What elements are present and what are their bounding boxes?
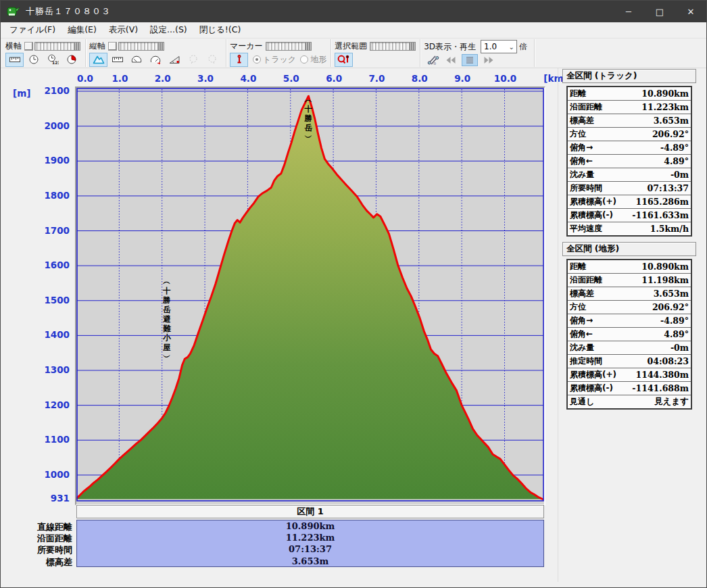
marker-slider[interactable] — [266, 42, 312, 51]
stats-row: 推定時間04:08:23 — [567, 355, 691, 368]
y-axis-distance-button[interactable] — [108, 53, 126, 67]
rewind-button[interactable] — [443, 54, 459, 66]
stats-terrain-group-title: 全区間 (地形) — [562, 242, 696, 256]
playback-speed-combobox[interactable]: 1.0⌄ — [481, 40, 517, 53]
y-axis-scale-slider[interactable] — [118, 42, 164, 51]
x-axis-time-button[interactable] — [24, 53, 43, 67]
x-axis-time-number-button[interactable]: 123 — [43, 53, 62, 67]
annotation-0: ︵十勝岳︶ — [304, 95, 313, 142]
stats-row: 距離10.890km — [567, 260, 691, 274]
playback-group-label: 3D表示・再生 — [424, 41, 476, 53]
play-forward-button[interactable] — [481, 54, 497, 66]
stats-label-0-7: 所要時間 — [567, 182, 624, 195]
minimize-button[interactable]: ─ — [613, 1, 644, 22]
toolbar-group-y-axis: 縦軸 — [86, 39, 226, 67]
marker-track-radio[interactable]: トラック — [253, 54, 296, 66]
y-axis-elevation-button[interactable] — [89, 53, 107, 67]
y-tick-1400: 1400 — [1, 329, 70, 340]
stats-label-0-8: 累積標高(+) — [567, 195, 624, 209]
marker-pin-button[interactable] — [230, 53, 248, 67]
radio-circle-icon — [253, 55, 261, 64]
stats-terrain-table: 距離10.890km沿面距離11.198km標高差3.653m方位206.92°… — [566, 259, 692, 410]
menu-item-3[interactable]: 設定...(S) — [144, 22, 193, 38]
play-forward-icon — [483, 56, 494, 64]
y-axis-speed-button[interactable] — [127, 53, 145, 67]
clock-icon — [28, 54, 40, 65]
section-value-1: 11.223km — [77, 532, 543, 543]
toolbar-group-selection: 選択範囲 — [331, 39, 420, 67]
3d-glasses-icon: :0 — [426, 55, 440, 66]
close-button[interactable]: ✕ — [675, 1, 706, 22]
stats-value-0-5: 4.89° — [624, 155, 691, 168]
y-axis-slope-button[interactable] — [165, 53, 183, 67]
x-axis-scale-slider[interactable] — [34, 42, 80, 51]
y-tick-931: 931 — [1, 493, 70, 504]
rewind-icon — [445, 56, 456, 64]
slope-icon — [168, 54, 180, 65]
balloon-disabled-icon — [187, 54, 199, 65]
stats-label-0-3: 方位 — [567, 128, 624, 141]
stop-button[interactable] — [462, 54, 478, 66]
stats-label-0-2: 標高差 — [567, 114, 624, 128]
marker-track-radio-label: トラック — [263, 54, 296, 66]
y-tick-1000: 1000 — [1, 469, 70, 480]
x-tick-9.0: 9.0 — [451, 73, 474, 84]
x-axis-scale-button[interactable] — [24, 42, 33, 51]
stats-value-1-2: 3.653m — [624, 287, 691, 301]
stats-row: 累積標高(-)-1141.688m — [567, 382, 691, 395]
section-value-3: 3.653m — [77, 556, 543, 567]
3d-view-button[interactable]: :0 — [424, 53, 442, 68]
stats-value-0-10: 1.5km/h — [624, 222, 691, 237]
stats-row: 方位206.92° — [567, 128, 691, 141]
y-tick-2100: 2100 — [1, 85, 70, 96]
marker-pin-icon — [233, 54, 245, 65]
stats-value-1-9: -1141.688m — [624, 382, 691, 395]
maximize-button[interactable]: □ — [644, 1, 675, 22]
stats-row: 距離10.890km — [567, 87, 691, 101]
toolbar-group-3d-playback: 3D表示・再生 1.0⌄ 倍 :0 — [420, 39, 535, 67]
y-axis-scale-button[interactable] — [108, 42, 117, 51]
y-tick-1200: 1200 — [1, 399, 70, 410]
x-axis-distance-button[interactable] — [5, 53, 24, 67]
x-tick-2.0: 2.0 — [151, 73, 174, 84]
x-tick-0.0: 0.0 — [74, 73, 97, 84]
stats-row: 標高差3.653m — [567, 114, 691, 128]
elevation-profile-chart[interactable]: ︵十勝岳︶︵十勝岳避難小屋︶ — [76, 88, 544, 501]
menu-item-4[interactable]: 閉じる!(C) — [193, 22, 247, 38]
menu-item-1[interactable]: 編集(E) — [62, 22, 103, 38]
menu-item-0[interactable]: ファイル(F) — [3, 22, 62, 38]
y-tick-1800: 1800 — [1, 190, 70, 201]
section-label-0: 直線距離 — [2, 521, 72, 533]
stats-value-1-1: 11.198km — [624, 274, 691, 287]
y-tick-1100: 1100 — [1, 434, 70, 445]
stats-row: 沈み量-0m — [567, 341, 691, 355]
stats-value-1-4: -4.89° — [624, 314, 691, 328]
menu-item-2[interactable]: 表示(V) — [103, 22, 144, 38]
chevron-down-icon: ⌄ — [509, 43, 516, 51]
stats-label-0-0: 距離 — [567, 87, 624, 101]
selection-slider[interactable] — [370, 42, 416, 51]
marker-terrain-radio[interactable]: 地形 — [300, 54, 326, 66]
stats-value-0-1: 11.223km — [624, 101, 691, 114]
stats-row: 所要時間07:13:37 — [567, 182, 691, 195]
y-axis-balloon-button-2 — [203, 53, 221, 67]
clock-pie-icon — [66, 54, 78, 65]
x-tick-6.0: 6.0 — [322, 73, 345, 84]
marker-group-label: マーカー — [230, 41, 263, 52]
stats-value-0-6: -0m — [624, 168, 691, 182]
y-axis-pace-button[interactable] — [146, 53, 164, 67]
clock-123-icon: 123 — [47, 54, 59, 65]
stats-value-1-6: -0m — [624, 341, 691, 355]
stats-row: 標高差3.653m — [567, 287, 691, 301]
stats-value-1-5: 4.89° — [624, 328, 691, 341]
x-tick-5.0: 5.0 — [280, 73, 303, 84]
x-axis-group-label: 横軸 — [5, 41, 22, 52]
x-axis-duration-button[interactable] — [62, 53, 80, 67]
stats-row: 平均速度1.5km/h — [567, 222, 691, 237]
stats-value-0-3: 206.92° — [624, 128, 691, 141]
stats-value-0-7: 07:13:37 — [624, 182, 691, 195]
stats-value-1-3: 206.92° — [624, 301, 691, 314]
y-axis-balloon-button-1 — [184, 53, 202, 67]
selection-range-button[interactable] — [335, 53, 353, 67]
menu-bar: ファイル(F)編集(E)表示(V)設定...(S)閉じる!(C) — [1, 22, 706, 39]
